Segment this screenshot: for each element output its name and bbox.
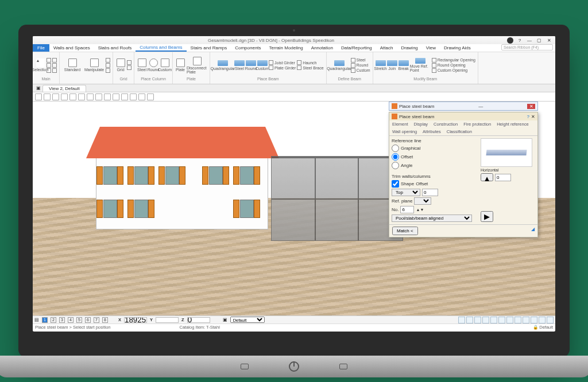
align-button[interactable]: ▲	[481, 173, 493, 181]
snap-icon[interactable]	[466, 317, 473, 323]
mode-select[interactable]: Default	[230, 317, 265, 323]
ptab-element[interactable]: Element	[389, 120, 411, 128]
break-button[interactable]: Break	[399, 57, 409, 74]
ref-graphical[interactable]	[392, 145, 399, 152]
tool[interactable]	[47, 58, 51, 63]
viewport-3d[interactable]: Place steel beam — ✕ Place steel beam ? …	[33, 102, 555, 315]
tab-columns-beams[interactable]: Columns and Beams	[136, 44, 186, 52]
rect-opening[interactable]: Rectangular Opening	[432, 58, 475, 63]
viewnum-6[interactable]: 6	[85, 317, 91, 323]
snap-icon[interactable]	[539, 317, 546, 323]
view-tool[interactable]	[113, 93, 119, 100]
viewnum-7[interactable]: 7	[94, 317, 99, 323]
horiz-offset[interactable]	[495, 174, 511, 181]
viewnum-8[interactable]: 8	[102, 317, 108, 323]
tool[interactable]	[127, 60, 131, 65]
tab-data[interactable]: Data/Reporting	[337, 44, 376, 52]
view-tab[interactable]: View 2, Default	[42, 85, 86, 92]
ptab-height[interactable]: Height reference	[494, 120, 531, 128]
panel-help-icon[interactable]: ?	[527, 114, 529, 119]
snap-icon[interactable]	[482, 317, 489, 323]
beam-steel[interactable]: Steel	[234, 57, 245, 74]
viewnum-3[interactable]: 3	[59, 317, 65, 323]
steel-brace[interactable]: Steel Brace	[297, 65, 323, 70]
tool-settings-titlebar[interactable]: Place steel beam — ✕	[389, 102, 538, 111]
search-ribbon[interactable]: Search Ribbon (F4)	[501, 44, 553, 50]
joist-girder[interactable]: Joist Girder	[269, 60, 296, 65]
tab-terrain[interactable]: Terrain Modeling	[265, 44, 307, 52]
plate-girder[interactable]: Plate Girder	[269, 65, 296, 70]
mode-icon[interactable]: ▣	[223, 317, 227, 322]
snap-icon[interactable]	[458, 317, 465, 323]
manipulate-button[interactable]: Manipulate	[84, 57, 105, 74]
viewnum-4[interactable]: 4	[68, 317, 74, 323]
round-opening[interactable]: Round Opening	[432, 63, 475, 68]
custom-opening[interactable]: Custom Opening	[432, 68, 475, 73]
tool[interactable]	[47, 63, 51, 68]
tool[interactable]	[106, 68, 110, 73]
tab-slabs[interactable]: Slabs and Roofs	[94, 44, 136, 52]
disconnect-plate[interactable]: Disconnect Plate	[187, 57, 207, 74]
plate-button[interactable]: Plate	[175, 57, 185, 74]
coord-x[interactable]	[124, 317, 147, 323]
tab-annotation[interactable]: Annotation	[307, 44, 337, 52]
tool[interactable]	[52, 58, 57, 63]
snap-icon[interactable]	[506, 317, 513, 323]
haunch[interactable]: Haunch	[297, 60, 323, 65]
define-custom[interactable]: Custom	[351, 68, 370, 73]
ptab-attr[interactable]: Attributes	[420, 128, 444, 135]
ptab-fire[interactable]: Fire protection	[461, 120, 494, 128]
col-steel[interactable]: Steel	[137, 57, 147, 74]
ptab-wall[interactable]: Wall opening	[389, 128, 420, 135]
close-icon[interactable]: ✕	[527, 104, 535, 109]
tool[interactable]	[106, 63, 110, 68]
shape-check[interactable]	[392, 180, 399, 188]
tool[interactable]	[127, 65, 131, 70]
beam-custom[interactable]: Custom	[257, 57, 268, 74]
close-button[interactable]: ✕	[545, 38, 553, 43]
snap-icon[interactable]	[498, 317, 505, 323]
define-round[interactable]: Round	[351, 63, 370, 68]
assembly-select[interactable]: Pool/slab/beam aligned	[392, 215, 472, 222]
define-quadrangular[interactable]: Quadrangular	[329, 57, 350, 74]
refplane-select[interactable]	[414, 197, 431, 205]
snap-icon[interactable]	[547, 317, 554, 323]
view-tool[interactable]	[44, 93, 51, 100]
snap-icon[interactable]	[490, 317, 497, 323]
col-round[interactable]: Round	[148, 57, 158, 74]
ref-angle[interactable]	[392, 162, 399, 169]
view-tool[interactable]	[104, 93, 111, 100]
col-custom[interactable]: Custom	[160, 57, 170, 74]
panel-close-icon[interactable]: ✕	[531, 114, 535, 119]
viewnum-2[interactable]: 2	[51, 317, 56, 323]
corner-icon[interactable]: ◢	[531, 227, 535, 235]
offset-input[interactable]	[422, 189, 438, 196]
min-icon[interactable]: —	[478, 104, 483, 109]
coord-y[interactable]	[156, 317, 179, 323]
no-input[interactable]	[400, 206, 414, 213]
view-tool[interactable]	[138, 93, 145, 100]
tab-walls[interactable]: Walls and Spaces	[49, 44, 94, 52]
match-button[interactable]: Match <	[392, 227, 418, 235]
lock-icon[interactable]: ▤	[34, 317, 39, 322]
tab-drawing[interactable]: Drawing	[397, 44, 421, 52]
selection-tool[interactable]: ▲Selection	[35, 57, 45, 74]
user-icon[interactable]	[507, 37, 513, 44]
tool[interactable]	[47, 68, 51, 73]
maximize-button[interactable]: ▢	[535, 38, 543, 43]
view-tool[interactable]	[61, 93, 68, 100]
view-tool[interactable]	[78, 93, 85, 100]
tab-attach[interactable]: Attach	[376, 44, 397, 52]
minimize-button[interactable]: —	[525, 38, 533, 43]
view-tool[interactable]	[35, 93, 42, 100]
file-tab[interactable]: File	[33, 44, 49, 52]
view-tool[interactable]	[95, 93, 102, 100]
tool[interactable]	[52, 63, 57, 68]
ptab-construction[interactable]: Construction	[431, 120, 461, 128]
grid-button[interactable]: Grid	[115, 57, 126, 74]
snap-icon[interactable]	[514, 317, 521, 323]
ptab-display[interactable]: Display	[411, 120, 431, 128]
tab-aids[interactable]: Drawing Aids	[440, 44, 475, 52]
view-tool[interactable]	[121, 93, 128, 100]
beam-quadrangular[interactable]: Quadrangular	[212, 57, 233, 74]
